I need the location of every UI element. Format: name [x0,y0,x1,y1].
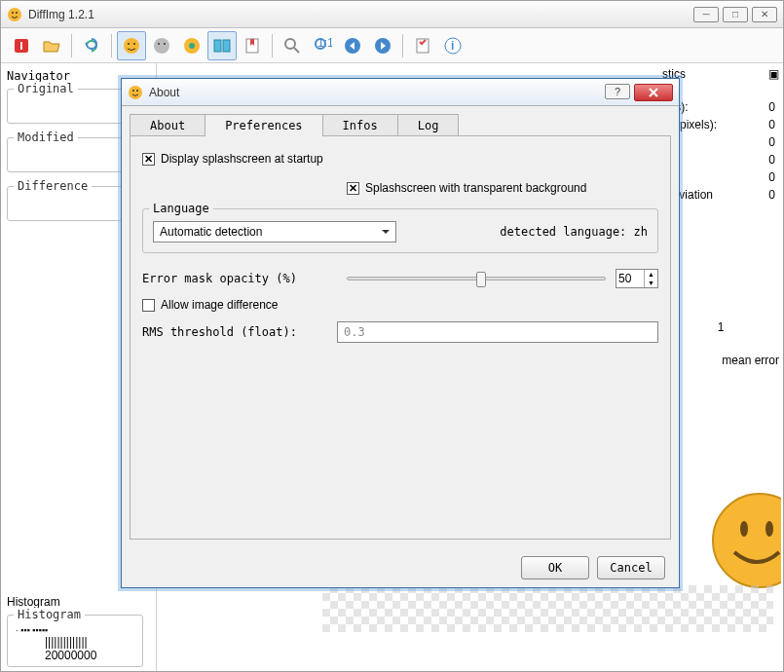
checker-pattern [322,585,773,632]
histogram-label: Histogram [14,608,85,621]
main-toolbar: 1:1 i [1,28,783,63]
svg-point-30 [136,90,138,92]
tab-infos[interactable]: Infos [322,114,398,136]
svg-point-29 [132,90,134,92]
language-title: Language [149,202,213,215]
about-dialog: About ? About Preferences Infos Log Disp… [121,78,680,588]
refresh-button[interactable] [77,31,106,60]
svg-rect-13 [214,40,221,52]
svg-point-5 [124,38,139,54]
rms-label: RMS threshold (float): [142,325,337,339]
main-titlebar: DiffImg 1.2.1 ─ □ ✕ [1,1,783,28]
opacity-label: Error mask opacity (%) [142,272,337,285]
prev-button[interactable] [338,31,367,60]
dialog-close-button[interactable] [634,84,673,101]
svg-rect-22 [417,39,429,53]
splash-label: Display splashscreen at startup [161,152,323,166]
svg-point-6 [128,43,130,45]
svg-point-16 [285,39,295,49]
svg-point-10 [164,43,166,45]
next-button[interactable] [368,31,397,60]
face1-button[interactable] [117,31,146,60]
svg-point-7 [133,43,135,45]
splash-transparent-label: Splashscreen with transparent background [365,181,586,195]
spin-up[interactable]: ▲ [645,270,657,279]
info-button[interactable]: i [438,31,467,60]
svg-line-17 [294,48,299,53]
svg-rect-4 [20,42,22,50]
original-label: Original [14,82,78,95]
bookmark-button[interactable] [238,31,267,60]
svg-point-25 [713,494,781,587]
tab-log[interactable]: Log [397,114,460,136]
opacity-slider-thumb[interactable] [476,272,486,287]
allow-diff-checkbox[interactable] [142,299,155,312]
open-button[interactable] [37,31,66,60]
svg-point-28 [129,86,142,99]
svg-point-26 [740,521,748,537]
minimize-button[interactable]: ─ [693,7,719,22]
svg-point-9 [158,43,160,45]
app-icon [7,7,22,22]
svg-point-8 [154,38,169,54]
smiley-image [711,492,781,592]
dialog-tabs: About Preferences Infos Log [122,106,679,136]
stat-one: 1 [662,320,779,334]
zoom-actual-button[interactable]: 1:1 [308,31,337,60]
splash-checkbox[interactable] [142,153,155,166]
cancel-button[interactable]: Cancel [597,556,665,579]
histogram-section-label: Histogram [7,595,143,609]
dialog-title: About [149,86,605,99]
svg-point-12 [189,43,195,49]
dialog-titlebar: About ? [122,79,679,106]
histogram-area: Histogram Histogram · ▪▪▪ ▪▪▪▪▪ ||||||||… [7,595,143,667]
splash-transparent-checkbox[interactable] [347,182,359,195]
zoom-fit-button[interactable] [278,31,307,60]
rms-input[interactable] [337,321,658,343]
svg-text:i: i [451,39,454,53]
quit-button[interactable] [7,31,36,60]
svg-point-1 [12,12,14,14]
svg-text:1:1: 1:1 [317,36,332,50]
language-combo[interactable]: Automatic detection [153,221,396,243]
svg-point-0 [8,8,21,21]
dialog-icon [128,85,143,100]
modified-label: Modified [14,131,78,144]
language-group: Language Automatic detection detected la… [142,208,658,253]
prefs-button[interactable] [408,31,437,60]
ok-button[interactable]: OK [521,556,589,579]
face2-button[interactable] [147,31,176,60]
opacity-slider[interactable] [347,277,606,280]
maximize-button[interactable]: □ [723,7,748,22]
detected-language: detected language: zh [500,225,648,239]
tab-about[interactable]: About [130,114,205,136]
opacity-spinbox[interactable]: 50 ▲▼ [616,269,658,288]
tab-preferences[interactable]: Preferences [205,114,322,136]
close-button[interactable]: ✕ [752,7,777,22]
statistics-panel: stics▣ s els):0 n (pixels):0 r:0 0 0 dev… [662,67,779,367]
svg-point-2 [16,12,18,14]
svg-point-27 [765,521,773,537]
window-title: DiffImg 1.2.1 [28,8,693,21]
allow-diff-label: Allow image difference [161,298,279,312]
face3-button[interactable] [177,31,206,60]
dual-view-button[interactable] [207,31,237,60]
mean-error-label: mean error [662,354,779,367]
difference-label: Difference [14,179,92,193]
spin-down[interactable]: ▼ [645,279,657,287]
preferences-panel: Display splashscreen at startup Splashsc… [130,135,671,540]
svg-rect-14 [223,40,230,52]
dialog-help-button[interactable]: ? [605,84,630,99]
